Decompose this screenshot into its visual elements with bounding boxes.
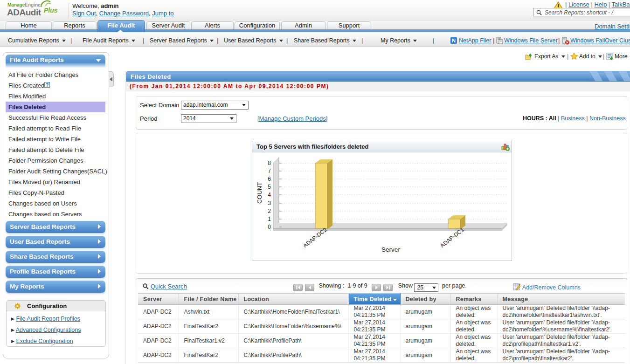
svg-text:2: 2	[268, 208, 271, 214]
svg-text:0: 0	[268, 224, 271, 230]
svg-text:COUNT: COUNT	[256, 182, 263, 204]
svg-text:7: 7	[268, 168, 271, 174]
svg-text:4: 4	[268, 192, 271, 198]
svg-text:6: 6	[268, 176, 271, 182]
svg-text:3: 3	[268, 200, 271, 206]
svg-text:8: 8	[268, 160, 271, 166]
svg-text:1: 1	[268, 216, 271, 222]
svg-text:Server: Server	[381, 246, 400, 253]
svg-text:5: 5	[268, 184, 271, 190]
